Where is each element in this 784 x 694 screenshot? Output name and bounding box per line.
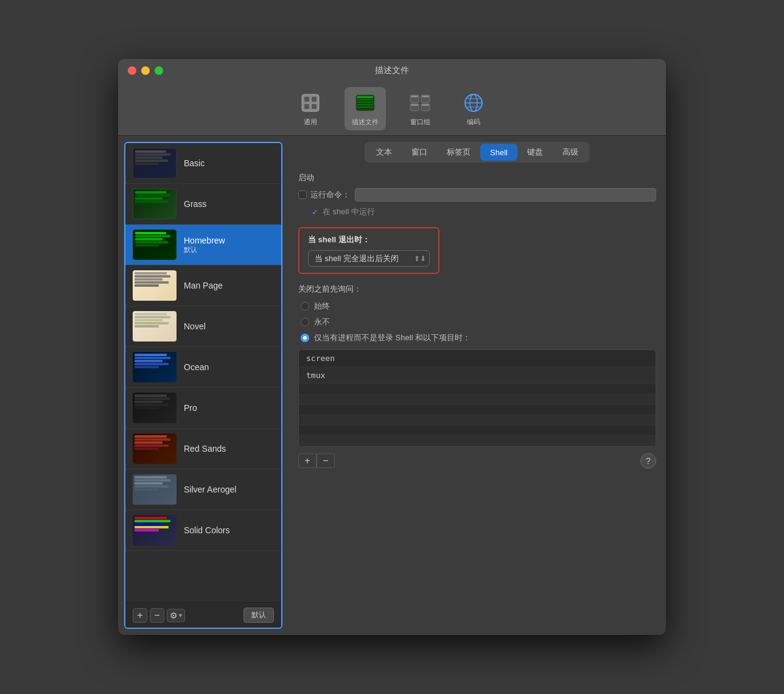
radio-never[interactable]	[301, 318, 309, 326]
titlebar-top: 描述文件	[128, 66, 656, 75]
sidebar-footer: + − ⚙ ▾ 默认	[125, 602, 281, 628]
radio-always-label[interactable]: 始终	[301, 301, 656, 312]
toolbar-item-general[interactable]: 通用	[291, 87, 330, 130]
radio-process[interactable]	[301, 334, 309, 342]
run-command-checkbox[interactable]	[298, 191, 307, 199]
main-window: 描述文件 通用	[118, 59, 666, 635]
svg-rect-8	[357, 102, 373, 103]
process-empty-3	[299, 405, 656, 415]
profile-item-basic[interactable]: Basic	[125, 143, 281, 184]
profile-name-manpage: Man Page	[184, 281, 223, 290]
checkmark-icon: ✓	[310, 208, 319, 216]
toolbar-profiles-label: 描述文件	[352, 117, 379, 127]
gear-menu-button[interactable]: ⚙ ▾	[167, 609, 185, 622]
run-command-row: 运行命令：	[298, 188, 656, 202]
shell-run-label: 在 shell 中运行	[323, 206, 375, 217]
toolbar-item-windowgroups[interactable]: 窗口组	[401, 87, 439, 130]
process-empty-2	[299, 394, 656, 405]
windowgroups-icon	[408, 91, 432, 115]
tab-tabs[interactable]: 标签页	[437, 144, 480, 161]
help-button[interactable]: ?	[640, 453, 656, 469]
remove-profile-button[interactable]: −	[150, 608, 164, 623]
encoding-icon	[461, 91, 486, 115]
process-empty-6	[299, 436, 656, 446]
gear-icon: ⚙	[170, 611, 178, 620]
profile-item-solidcolors[interactable]: Solid Colors	[125, 510, 281, 551]
profile-name-grass: Grass	[184, 199, 206, 209]
toolbar-general-label: 通用	[304, 117, 317, 127]
profile-name-homebrew: Homebrew	[184, 236, 225, 245]
titlebar: 描述文件 通用	[118, 59, 666, 136]
remove-process-button[interactable]: −	[317, 454, 335, 468]
tab-shell[interactable]: Shell	[480, 144, 517, 161]
profile-item-homebrew[interactable]: Homebrew 默认	[125, 225, 281, 265]
toolbar: 通用 $ 描述文件	[291, 82, 493, 135]
profile-item-ocean[interactable]: Ocean	[125, 347, 281, 388]
tab-keyboard[interactable]: 键盘	[517, 144, 553, 161]
svg-rect-7	[357, 99, 373, 100]
on-exit-select[interactable]: 当 shell 退出后关闭 当 shell 完全退出后关闭 不自动关闭	[308, 250, 430, 267]
svg-rect-4	[312, 104, 317, 109]
svg-rect-18	[422, 96, 429, 97]
profile-item-silveraerogel[interactable]: Silver Aerogel	[125, 469, 281, 510]
radio-never-text: 永不	[314, 317, 330, 328]
profile-thumb-silveraerogel	[133, 474, 177, 505]
toolbar-item-profiles[interactable]: $ 描述文件	[345, 87, 386, 130]
radio-never-label[interactable]: 永不	[301, 317, 656, 328]
toolbar-windowgroups-label: 窗口组	[410, 117, 430, 127]
add-process-button[interactable]: +	[298, 454, 317, 468]
profile-thumb-homebrew	[133, 230, 177, 260]
tab-bar: 文本 窗口 标签页 Shell 键盘 高级	[365, 142, 590, 163]
process-empty-4	[299, 415, 656, 426]
radio-process-label[interactable]: 仅当有进程而不是登录 Shell 和以下项目时：	[301, 332, 656, 343]
tab-advanced[interactable]: 高级	[553, 144, 588, 161]
profile-name-redsands: Red Sands	[184, 444, 226, 454]
profile-thumb-grass	[133, 189, 177, 219]
toolbar-item-encoding[interactable]: 编码	[454, 87, 493, 130]
on-shell-exit-title: 当 shell 退出时：	[308, 234, 430, 245]
run-command-input[interactable]	[355, 188, 656, 202]
radio-process-text: 仅当有进程而不是登录 Shell 和以下项目时：	[314, 332, 471, 343]
minimize-button[interactable]	[141, 66, 150, 75]
svg-rect-19	[422, 104, 429, 106]
profiles-icon: $	[353, 91, 377, 115]
profile-name-ocean: Ocean	[184, 362, 209, 372]
bottom-toolbar: + − ?	[298, 453, 656, 469]
svg-rect-10	[357, 107, 373, 108]
profile-sub-homebrew: 默认	[184, 245, 225, 254]
profile-item-pro[interactable]: Pro	[125, 388, 281, 429]
shell-run-row: ✓ 在 shell 中运行	[298, 206, 656, 217]
run-command-text: 运行命令：	[310, 189, 350, 200]
profile-thumb-novel	[133, 311, 177, 342]
process-row-tmux: tmux	[299, 367, 656, 384]
close-button[interactable]	[128, 66, 136, 75]
process-empty-1	[299, 384, 656, 394]
toolbar-encoding-label: 编码	[467, 117, 480, 127]
tab-window[interactable]: 窗口	[402, 144, 437, 161]
profile-list: Basic Grass	[125, 143, 281, 602]
process-row-screen: screen	[299, 350, 656, 367]
radio-always[interactable]	[301, 302, 309, 310]
profile-item-manpage[interactable]: Man Page	[125, 265, 281, 306]
profile-name-basic: Basic	[184, 158, 205, 168]
svg-rect-16	[411, 96, 418, 97]
profile-name-solidcolors: Solid Colors	[184, 525, 229, 535]
profile-thumb-basic	[133, 148, 177, 178]
zoom-button[interactable]	[155, 66, 163, 75]
run-command-label[interactable]: 运行命令：	[298, 189, 350, 200]
svg-rect-1	[304, 97, 309, 102]
default-button[interactable]: 默认	[243, 608, 274, 623]
profile-thumb-manpage	[133, 270, 177, 301]
radio-always-text: 始终	[314, 301, 330, 312]
profile-item-grass[interactable]: Grass	[125, 184, 281, 225]
process-list-area: screen tmux	[298, 349, 656, 447]
profile-name-pro: Pro	[184, 403, 197, 413]
add-profile-button[interactable]: +	[133, 608, 147, 623]
gear-chevron-icon: ▾	[179, 612, 182, 619]
tab-text[interactable]: 文本	[366, 144, 402, 161]
profile-item-redsands[interactable]: Red Sands	[125, 429, 281, 469]
profile-name-silveraerogel: Silver Aerogel	[184, 485, 236, 494]
ask-before-close-title: 关闭之前先询问：	[298, 284, 656, 295]
profile-item-novel[interactable]: Novel	[125, 306, 281, 347]
select-row: 当 shell 退出后关闭 当 shell 完全退出后关闭 不自动关闭 ⬆⬇	[308, 250, 430, 267]
